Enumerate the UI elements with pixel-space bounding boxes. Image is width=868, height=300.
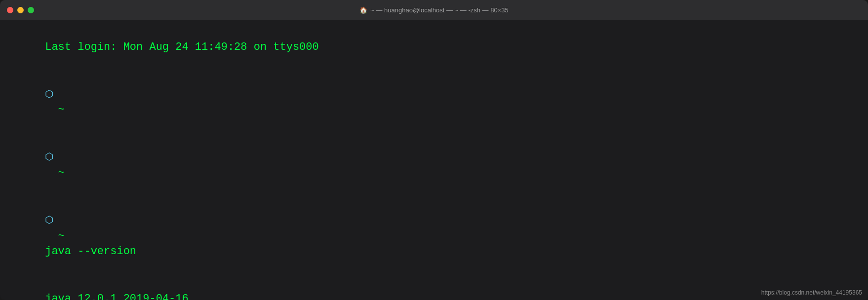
command-line: ⬡ ~ java --version [6, 197, 862, 275]
maximize-button[interactable] [28, 7, 34, 13]
prompt-line-1: ⬡ ~ [6, 71, 862, 134]
minimize-button[interactable] [17, 7, 24, 13]
window-title: 🏠 ~ — huanghao@localhost — ~ — -zsh — 80… [359, 6, 509, 14]
prompt-icon-1: ⬡ [45, 89, 53, 100]
prompt-icon-2: ⬡ [45, 151, 53, 163]
last-login-text: Last login: Mon Aug 24 11:49:28 on ttys0… [45, 41, 319, 53]
last-login-line: Last login: Mon Aug 24 11:49:28 on ttys0… [6, 24, 862, 71]
title-label: ~ — huanghao@localhost — ~ — -zsh — 80×3… [370, 6, 509, 14]
java-version-text: java 12.0.1 2019-04-16 [45, 293, 188, 300]
home-icon: 🏠 [359, 6, 367, 14]
terminal-body[interactable]: Last login: Mon Aug 24 11:49:28 on ttys0… [0, 20, 868, 300]
terminal-window: 🏠 ~ — huanghao@localhost — ~ — -zsh — 80… [0, 0, 868, 300]
prompt-tilde-3: ~ [45, 230, 78, 242]
prompt-tilde-1: ~ [45, 104, 65, 116]
java-version-line: java 12.0.1 2019-04-16 [6, 275, 862, 300]
title-bar: 🏠 ~ — huanghao@localhost — ~ — -zsh — 80… [0, 0, 868, 20]
traffic-lights [7, 7, 34, 13]
prompt-tilde-2: ~ [45, 167, 65, 179]
prompt-icon-3: ⬡ [45, 215, 53, 226]
close-button[interactable] [7, 7, 13, 13]
command-text: java --version [45, 245, 136, 258]
watermark: https://blog.csdn.net/weixin_44195365 [761, 289, 862, 296]
prompt-line-2: ⬡ ~ [6, 134, 862, 197]
